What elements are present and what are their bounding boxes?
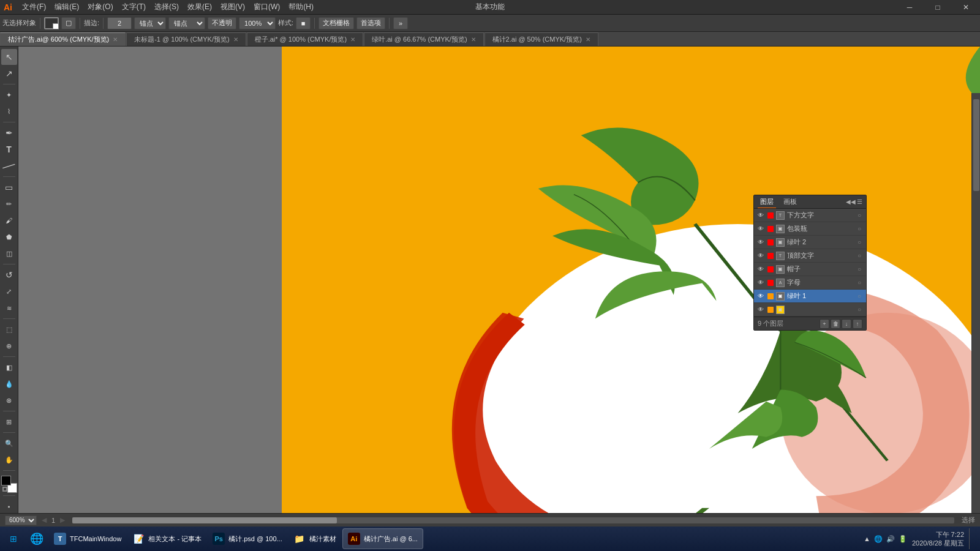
layer-row-luye1[interactable]: 👁 ▣ 绿叶 1 ○	[754, 290, 866, 303]
layer-row-dingbuwenzi[interactable]: 👁 T 顶部文字 ○	[754, 249, 866, 263]
warp-tool[interactable]: ≋	[1, 300, 17, 316]
scale-tool[interactable]: ⤢	[1, 283, 17, 299]
v-scroll-thumb[interactable]	[973, 99, 979, 191]
menu-effect[interactable]: 效果(E)	[184, 1, 216, 13]
opacity-check[interactable]: 不透明	[208, 17, 236, 29]
shape-builder-tool[interactable]: ⊕	[1, 338, 17, 354]
zoom-select[interactable]: 600% 400% 200% 100% 50%	[5, 515, 37, 525]
pencil-tool[interactable]: ✏	[1, 196, 17, 212]
chart-tool[interactable]: ⊞	[1, 414, 17, 430]
show-desktop-btn[interactable]	[969, 528, 973, 549]
stroke-unit-select[interactable]: 锚点 像素 毫米	[134, 17, 166, 29]
layer-row-maozi[interactable]: 👁 ▣ 帽子 ○	[754, 263, 866, 276]
delete-layer-btn[interactable]: 🗑	[831, 319, 840, 329]
tab-chengzi[interactable]: 橙子.ai* @ 100% (CMYK/预览) ✕	[247, 32, 364, 46]
minimize-button[interactable]: ─	[895, 0, 924, 15]
layer-lock-6[interactable]: ○	[855, 292, 864, 301]
zoom-tool[interactable]: 🔍	[1, 435, 17, 451]
layer-lock-0[interactable]: ○	[855, 211, 864, 220]
menu-window[interactable]: 窗口(W)	[250, 1, 284, 13]
layer-lock-2[interactable]: ○	[855, 238, 864, 247]
tab-close-2[interactable]: ✕	[350, 36, 355, 43]
eyedropper-tool[interactable]: 💧	[1, 376, 17, 392]
tab-close-0[interactable]: ✕	[113, 36, 118, 43]
tab-close-1[interactable]: ✕	[233, 36, 238, 43]
selection-tool[interactable]: ↖	[1, 49, 17, 65]
maximize-button[interactable]: □	[924, 0, 952, 15]
menu-file[interactable]: 文件(F)	[18, 1, 50, 13]
layer-lock-1[interactable]: ○	[855, 225, 864, 233]
move-down-btn[interactable]: ↓	[842, 319, 851, 329]
magic-wand-tool[interactable]: ✦	[1, 87, 17, 103]
layer-row-zimu[interactable]: 👁 A 字母 ○	[754, 276, 866, 290]
free-transform-tool[interactable]: ⬚	[1, 321, 17, 337]
brush-tool[interactable]: 🖌	[1, 212, 17, 228]
visibility-toggle-1[interactable]: 👁	[756, 225, 765, 233]
menu-view[interactable]: 视图(V)	[217, 1, 249, 13]
menu-edit[interactable]: 编辑(E)	[51, 1, 83, 13]
taskbar-photoshop[interactable]: Ps 橘计.psd @ 100...	[208, 528, 287, 549]
visibility-toggle-4[interactable]: 👁	[756, 265, 765, 274]
direct-selection-tool[interactable]: ↗	[1, 66, 17, 81]
screen-mode-toggle[interactable]: ▪	[1, 498, 17, 514]
lasso-tool[interactable]: ⌇	[1, 103, 17, 119]
layer-lock-3[interactable]: ○	[855, 252, 864, 260]
stroke-type-select[interactable]: 锚点	[168, 17, 205, 29]
start-button[interactable]: ⊞	[2, 528, 24, 549]
taskbar-chrome[interactable]: 🌐	[26, 528, 48, 549]
tab-close-3[interactable]: ✕	[471, 36, 476, 43]
tab-juzhi2[interactable]: 橘计2.ai @ 50% (CMYK/预览) ✕	[484, 32, 598, 46]
pen-tool[interactable]: ✒	[1, 125, 17, 141]
line-tool[interactable]: ╱	[0, 155, 20, 178]
visibility-toggle-2[interactable]: 👁	[756, 238, 765, 247]
menu-object[interactable]: 对象(O)	[84, 1, 116, 13]
layer-lock-5[interactable]: ○	[855, 279, 864, 287]
tab-untitled[interactable]: 未标题-1 @ 100% (CMYK/预览) ✕	[126, 32, 246, 46]
menu-help[interactable]: 帮助(H)	[285, 1, 317, 13]
move-up-btn[interactable]: ↑	[853, 319, 862, 329]
layer-lock-7[interactable]: ○	[855, 305, 864, 314]
first-visit-btn[interactable]: 首选项	[356, 17, 385, 29]
visibility-toggle-5[interactable]: 👁	[756, 279, 765, 287]
layer-row-baozhuangping[interactable]: 👁 ▣ 包装瓶 ○	[754, 222, 866, 236]
visibility-toggle-7[interactable]: 👁	[756, 305, 765, 314]
style-selector[interactable]: ■	[296, 17, 311, 29]
doc-raster-btn[interactable]: 文档栅格	[318, 17, 354, 29]
opacity-select[interactable]: 100%	[239, 17, 276, 29]
layer-lock-4[interactable]: ○	[855, 265, 864, 274]
layer-row-xiafangwenzi[interactable]: 👁 T 下方文字 ○	[754, 209, 866, 222]
visibility-toggle-6[interactable]: 👁	[756, 292, 765, 301]
extra-options[interactable]: »	[393, 17, 408, 29]
visibility-toggle-3[interactable]: 👁	[756, 252, 765, 260]
close-button[interactable]: ✕	[952, 0, 980, 15]
blend-tool[interactable]: ⊗	[1, 392, 17, 408]
tab-juzhiguanggao[interactable]: 桔汁广告.ai@ 600% (CMYK/预览) ✕	[0, 32, 126, 46]
fill-color[interactable]: ▢	[61, 17, 76, 29]
hand-tool[interactable]: ✋	[1, 452, 17, 468]
taskbar-notepad[interactable]: 📝 相关文本 - 记事本	[127, 528, 206, 549]
tab-luye[interactable]: 绿叶.ai @ 66.67% (CMYK/预览) ✕	[364, 32, 483, 46]
taskbar-explorer[interactable]: 📁 橘汁素材	[288, 528, 341, 549]
taskbar-tfcmain[interactable]: T TFCMainWindow	[49, 528, 126, 549]
layers-tab[interactable]: 图层	[758, 196, 776, 208]
new-layer-btn[interactable]: +	[820, 319, 829, 329]
fill-stroke-widget[interactable]	[1, 476, 17, 493]
layer-row-layer8[interactable]: 👁 ▣ ○	[754, 303, 866, 317]
clock-display[interactable]: 下午 7:22 2020/8/28 星期五	[912, 530, 964, 548]
artboards-tab[interactable]: 画板	[781, 196, 799, 208]
panel-menu-btn[interactable]: ☰	[857, 198, 862, 205]
menu-text[interactable]: 文字(T)	[118, 1, 149, 13]
vertical-scrollbar[interactable]	[971, 93, 980, 515]
menu-select[interactable]: 选择(S)	[151, 1, 183, 13]
visibility-toggle-0[interactable]: 👁	[756, 211, 765, 220]
eraser-tool[interactable]: ◫	[1, 246, 17, 261]
rotate-tool[interactable]: ↺	[1, 267, 17, 283]
panel-collapse-btn[interactable]: ◀◀	[846, 198, 856, 205]
stroke-weight-input[interactable]	[107, 17, 132, 29]
blob-brush-tool[interactable]: ⬟	[1, 229, 17, 245]
taskbar-illustrator[interactable]: Ai 橘计广告.ai @ 6...	[342, 528, 423, 549]
tab-close-4[interactable]: ✕	[586, 36, 590, 43]
gradient-tool[interactable]: ◧	[1, 359, 17, 375]
canvas-area[interactable]: 图层 画板 ◀◀ ☰ 👁 T 下方文字 ○ 👁 ▣ 包装瓶 ○	[18, 47, 980, 538]
layer-row-luye2[interactable]: 👁 ▣ 绿叶 2 ○	[754, 236, 866, 249]
